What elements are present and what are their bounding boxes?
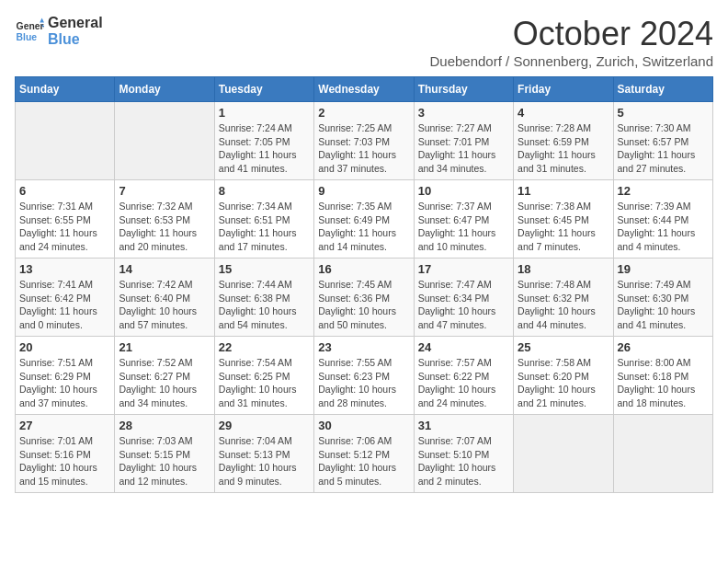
calendar-cell: 1 Sunrise: 7:24 AM Sunset: 7:05 PM Dayli…	[214, 102, 313, 180]
day-detail: Sunrise: 7:25 AM Sunset: 7:03 PM Dayligh…	[318, 121, 409, 176]
daylight-label: Daylight: 10 hours and 5 minutes.	[318, 462, 396, 487]
calendar-week-row: 6 Sunrise: 7:31 AM Sunset: 6:55 PM Dayli…	[16, 180, 713, 259]
calendar-cell: 22 Sunrise: 7:54 AM Sunset: 6:25 PM Dayl…	[214, 337, 313, 415]
day-detail: Sunrise: 7:39 AM Sunset: 6:44 PM Dayligh…	[618, 200, 709, 254]
daylight-label: Daylight: 10 hours and 41 minutes.	[618, 305, 696, 330]
daylight-label: Daylight: 10 hours and 2 minutes.	[418, 462, 496, 487]
day-number: 24	[418, 340, 509, 354]
sunrise-label: Sunrise:	[318, 357, 356, 368]
sunrise-label: Sunrise:	[518, 357, 555, 368]
sunset-label: Sunset:	[219, 136, 255, 147]
sunset-label: Sunset:	[219, 214, 255, 225]
day-detail: Sunrise: 7:42 AM Sunset: 6:40 PM Dayligh…	[119, 278, 210, 332]
calendar-cell	[115, 102, 214, 180]
weekday-header: Wednesday	[314, 77, 414, 102]
day-number: 20	[19, 340, 110, 354]
calendar-cell: 2 Sunrise: 7:25 AM Sunset: 7:03 PM Dayli…	[314, 102, 414, 180]
sunrise-label: Sunrise:	[418, 122, 456, 133]
sunrise-label: Sunrise:	[418, 357, 456, 368]
daylight-label: Daylight: 10 hours and 50 minutes.	[318, 305, 396, 330]
calendar-cell	[16, 102, 115, 180]
calendar-table: SundayMondayTuesdayWednesdayThursdayFrid…	[15, 76, 713, 493]
calendar-cell: 5 Sunrise: 7:30 AM Sunset: 6:57 PM Dayli…	[613, 102, 712, 180]
calendar-cell: 18 Sunrise: 7:48 AM Sunset: 6:32 PM Dayl…	[514, 259, 613, 337]
svg-text:General: General	[17, 21, 44, 31]
sunrise-label: Sunrise:	[418, 435, 456, 446]
day-number: 7	[119, 184, 210, 198]
day-number: 6	[19, 184, 110, 198]
calendar-cell	[514, 415, 613, 493]
day-number: 26	[618, 340, 709, 354]
day-number: 17	[418, 262, 509, 276]
sunset-label: Sunset:	[618, 293, 654, 304]
page-header: General Blue General Blue October 2024 D…	[15, 15, 713, 69]
daylight-label: Daylight: 11 hours and 14 minutes.	[318, 227, 396, 252]
daylight-label: Daylight: 10 hours and 31 minutes.	[219, 384, 297, 408]
day-number: 15	[219, 262, 310, 276]
calendar-cell: 6 Sunrise: 7:31 AM Sunset: 6:55 PM Dayli…	[16, 180, 115, 259]
sunset-label: Sunset:	[518, 371, 553, 382]
day-detail: Sunrise: 7:30 AM Sunset: 6:57 PM Dayligh…	[618, 121, 709, 176]
day-number: 25	[518, 340, 609, 354]
sunrise-label: Sunrise:	[618, 122, 655, 133]
sunrise-label: Sunrise:	[219, 122, 256, 133]
daylight-label: Daylight: 11 hours and 7 minutes.	[518, 227, 596, 252]
calendar-week-row: 27 Sunrise: 7:01 AM Sunset: 5:16 PM Dayl…	[16, 415, 713, 493]
sunrise-label: Sunrise:	[318, 201, 356, 212]
day-number: 14	[119, 262, 210, 276]
sunrise-label: Sunrise:	[119, 279, 156, 290]
day-number: 12	[618, 184, 709, 198]
day-number: 31	[418, 419, 509, 432]
sunset-label: Sunset:	[318, 449, 354, 460]
sunset-label: Sunset:	[119, 449, 154, 460]
sunrise-label: Sunrise:	[119, 357, 156, 368]
location-title: Duebendorf / Sonnenberg, Zurich, Switzer…	[429, 53, 713, 69]
day-number: 30	[318, 419, 409, 432]
sunset-label: Sunset:	[19, 449, 55, 460]
day-detail: Sunrise: 7:03 AM Sunset: 5:15 PM Dayligh…	[119, 434, 210, 488]
day-number: 19	[618, 262, 709, 276]
sunset-label: Sunset:	[219, 449, 255, 460]
day-detail: Sunrise: 7:04 AM Sunset: 5:13 PM Dayligh…	[219, 434, 310, 488]
daylight-label: Daylight: 10 hours and 21 minutes.	[518, 384, 596, 408]
day-detail: Sunrise: 7:27 AM Sunset: 7:01 PM Dayligh…	[418, 121, 509, 176]
weekday-header: Saturday	[613, 77, 712, 102]
day-detail: Sunrise: 7:58 AM Sunset: 6:20 PM Dayligh…	[518, 356, 609, 410]
calendar-cell: 9 Sunrise: 7:35 AM Sunset: 6:49 PM Dayli…	[314, 180, 414, 259]
calendar-week-row: 20 Sunrise: 7:51 AM Sunset: 6:29 PM Dayl…	[16, 337, 713, 415]
calendar-cell: 16 Sunrise: 7:45 AM Sunset: 6:36 PM Dayl…	[314, 259, 414, 337]
day-detail: Sunrise: 8:00 AM Sunset: 6:18 PM Dayligh…	[618, 356, 709, 410]
day-number: 2	[318, 106, 409, 120]
sunrise-label: Sunrise:	[518, 122, 555, 133]
day-number: 27	[19, 419, 110, 432]
day-detail: Sunrise: 7:24 AM Sunset: 7:05 PM Dayligh…	[219, 121, 310, 176]
weekday-header: Sunday	[16, 77, 115, 102]
day-number: 11	[518, 184, 609, 198]
day-detail: Sunrise: 7:41 AM Sunset: 6:42 PM Dayligh…	[19, 278, 110, 332]
day-number: 4	[518, 106, 609, 120]
sunrise-label: Sunrise:	[119, 435, 156, 446]
day-number: 13	[19, 262, 110, 276]
svg-text:Blue: Blue	[17, 31, 38, 41]
day-number: 5	[618, 106, 709, 120]
daylight-label: Daylight: 11 hours and 31 minutes.	[518, 149, 596, 174]
sunset-label: Sunset:	[618, 136, 654, 147]
calendar-cell: 17 Sunrise: 7:47 AM Sunset: 6:34 PM Dayl…	[414, 259, 513, 337]
daylight-label: Daylight: 11 hours and 41 minutes.	[219, 149, 297, 174]
month-title: October 2024	[429, 15, 713, 53]
sunrise-label: Sunrise:	[318, 435, 356, 446]
day-detail: Sunrise: 7:31 AM Sunset: 6:55 PM Dayligh…	[19, 200, 110, 254]
calendar-cell: 12 Sunrise: 7:39 AM Sunset: 6:44 PM Dayl…	[613, 180, 712, 259]
daylight-label: Daylight: 11 hours and 0 minutes.	[19, 305, 97, 330]
weekday-header-row: SundayMondayTuesdayWednesdayThursdayFrid…	[16, 77, 713, 102]
day-number: 1	[219, 106, 310, 120]
sunrise-label: Sunrise:	[219, 357, 256, 368]
day-number: 10	[418, 184, 509, 198]
sunrise-label: Sunrise:	[518, 201, 555, 212]
day-number: 22	[219, 340, 310, 354]
daylight-label: Daylight: 10 hours and 9 minutes.	[219, 462, 297, 487]
sunrise-label: Sunrise:	[618, 201, 655, 212]
calendar-cell: 14 Sunrise: 7:42 AM Sunset: 6:40 PM Dayl…	[115, 259, 214, 337]
sunset-label: Sunset:	[219, 371, 255, 382]
sunset-label: Sunset:	[418, 293, 454, 304]
